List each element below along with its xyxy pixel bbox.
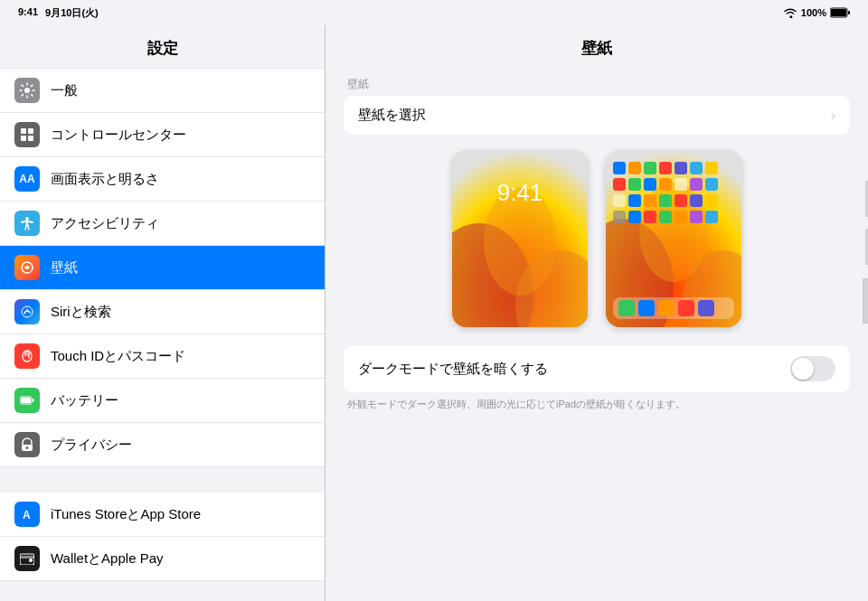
svg-rect-13 [21, 398, 31, 404]
svg-rect-53 [690, 194, 703, 207]
privacy-label: プライバシー [51, 437, 132, 454]
svg-point-16 [26, 446, 29, 449]
general-icon [14, 78, 40, 103]
sidebar: 設定 一般 コントロー [0, 25, 326, 601]
sidebar-item-siri[interactable]: Siriと検索 [0, 290, 325, 334]
svg-text:A: A [23, 509, 31, 521]
svg-rect-40 [705, 162, 718, 174]
general-label: 一般 [51, 82, 78, 99]
svg-rect-19 [20, 556, 34, 559]
home-screen-wallpaper [606, 151, 741, 327]
svg-rect-64 [638, 300, 655, 316]
status-bar-right: 100% [783, 7, 850, 18]
sidebar-title: 設定 [0, 25, 325, 68]
sidebar-item-wallet[interactable]: WalletとApple Pay [0, 537, 325, 581]
wallpaper-previews: 9:41 [344, 136, 850, 342]
select-wallpaper-row[interactable]: 壁紙を選択 › [344, 96, 850, 135]
svg-rect-1 [831, 9, 846, 16]
dark-mode-toggle[interactable] [790, 356, 835, 381]
home-button[interactable] [863, 278, 868, 324]
sidebar-item-control-center[interactable]: コントロールセンター [0, 113, 325, 157]
svg-rect-7 [28, 136, 33, 141]
svg-rect-59 [675, 211, 687, 223]
siri-label: Siriと検索 [51, 304, 111, 321]
sidebar-item-wallpaper[interactable]: 壁紙 [0, 246, 325, 290]
svg-point-10 [22, 306, 33, 317]
sidebar-item-display[interactable]: AA 画面表示と明るさ [0, 157, 325, 202]
sidebar-item-accessibility[interactable]: アクセシビリティ [0, 202, 325, 246]
right-panel-content: 壁紙 壁紙を選択 › [326, 68, 868, 411]
chevron-right-icon: › [831, 108, 835, 124]
display-icon: AA [14, 166, 40, 192]
svg-rect-43 [644, 178, 656, 191]
svg-rect-55 [613, 211, 626, 223]
display-label: 画面表示と明るさ [51, 171, 159, 188]
svg-rect-46 [690, 178, 703, 191]
sidebar-gap-2 [0, 581, 325, 601]
select-wallpaper-label: 壁紙を選択 [358, 107, 426, 124]
battery-percent: 100% [801, 7, 826, 18]
lock-screen-preview[interactable]: 9:41 [452, 151, 588, 327]
svg-rect-35 [628, 162, 641, 174]
svg-rect-47 [705, 178, 718, 191]
svg-rect-5 [28, 128, 33, 134]
svg-rect-41 [613, 178, 626, 191]
svg-point-8 [25, 217, 29, 221]
svg-rect-48 [613, 194, 626, 207]
svg-rect-58 [659, 211, 672, 223]
siri-icon [14, 299, 40, 324]
svg-rect-49 [628, 194, 641, 207]
svg-rect-4 [21, 128, 26, 134]
wallet-icon [14, 546, 40, 571]
status-date: 9月10日(火) [45, 6, 99, 20]
svg-rect-57 [644, 211, 656, 223]
touchid-icon [14, 343, 40, 369]
status-bar-left: 9:41 9月10日(火) [18, 6, 99, 20]
svg-rect-63 [618, 300, 635, 316]
status-time: 9:41 [18, 6, 38, 20]
svg-rect-39 [690, 162, 703, 174]
home-screen-wallpaper-svg [606, 151, 741, 327]
svg-rect-61 [705, 211, 718, 223]
appstore-icon: A [14, 502, 40, 527]
wifi-icon [783, 7, 797, 18]
wallpaper-section-label: 壁紙 [344, 68, 850, 96]
svg-rect-56 [628, 211, 641, 223]
wallet-label: WalletとApple Pay [51, 550, 164, 568]
svg-rect-65 [658, 300, 675, 316]
battery-icon [830, 7, 850, 18]
accessibility-label: アクセシビリティ [51, 215, 159, 232]
svg-rect-37 [659, 162, 672, 174]
svg-rect-2 [848, 11, 850, 14]
sidebar-item-privacy[interactable]: プライバシー [0, 423, 325, 467]
toggle-knob [792, 358, 814, 380]
svg-rect-36 [644, 162, 656, 174]
privacy-icon [14, 432, 40, 457]
sidebar-item-battery[interactable]: バッテリー [0, 379, 325, 423]
right-panel: 壁紙 壁紙 壁紙を選択 › [326, 25, 868, 601]
sidebar-gap-1 [0, 467, 325, 493]
sidebar-item-general[interactable]: 一般 [0, 68, 325, 113]
svg-rect-60 [690, 211, 703, 223]
svg-rect-50 [644, 194, 656, 207]
battery-menu-icon [14, 388, 40, 413]
control-center-icon [14, 122, 40, 147]
dark-mode-description: 外観モードでダーク選択時、周囲の光に応じてiPadの壁紙が暗くなります。 [344, 392, 850, 411]
svg-rect-34 [613, 162, 626, 174]
right-panel-title: 壁紙 [326, 25, 868, 68]
home-screen-preview[interactable] [606, 151, 741, 327]
battery-label: バッテリー [51, 392, 118, 409]
svg-rect-45 [675, 178, 687, 191]
lock-screen-wallpaper: 9:41 [452, 151, 588, 327]
svg-rect-6 [21, 136, 26, 141]
sidebar-item-appstore[interactable]: A iTunes StoreとApp Store [0, 493, 325, 537]
svg-rect-44 [659, 178, 672, 191]
sidebar-list: 一般 コントロールセンター AA 画面表示と明るさ [0, 68, 325, 601]
svg-point-3 [24, 88, 30, 93]
main-content: 設定 一般 コントロー [0, 25, 868, 601]
dark-mode-label: ダークモードで壁紙を暗くする [358, 361, 548, 378]
control-center-label: コントロールセンター [51, 127, 186, 144]
appstore-label: iTunes StoreとApp Store [51, 506, 201, 523]
sidebar-item-touchid[interactable]: Touch IDとパスコード [0, 334, 325, 379]
svg-text:9:41: 9:41 [497, 179, 543, 206]
